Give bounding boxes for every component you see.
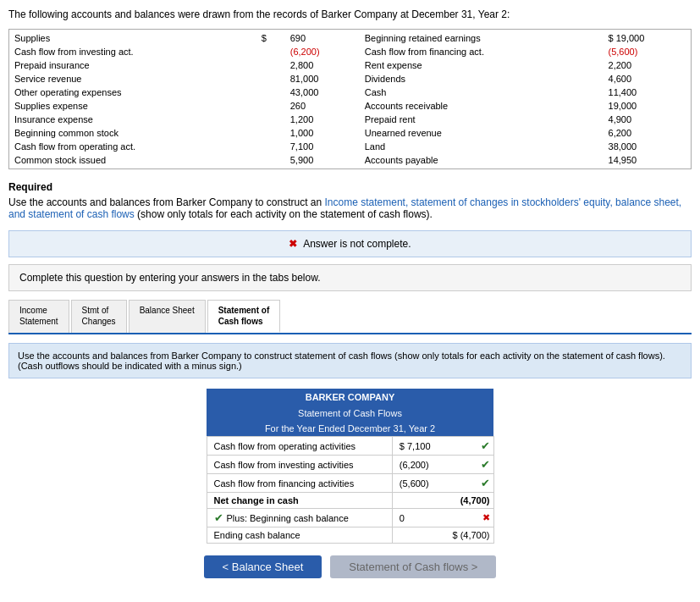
acct-left-7-value: 1,000 <box>285 126 360 140</box>
back-button[interactable]: < Balance Sheet <box>204 555 322 578</box>
table-row: Cash flow from financing activities (5,6… <box>207 474 493 493</box>
cash-flows-table: BARKER COMPANY Statement of Cash Flows F… <box>207 389 494 544</box>
acct-left-1-value: (6,200) <box>285 45 360 58</box>
cf-row-0-value: $ 7,100 ✔ <box>392 437 493 456</box>
acct-left-5-value: 260 <box>285 99 360 113</box>
cf-row-4-label: ✔ Plus: Beginning cash balance <box>207 509 392 527</box>
acct-left-2-label: Prepaid insurance <box>9 58 256 72</box>
acct-right-4-value: 11,400 <box>604 86 692 99</box>
required-section: Required Use the accounts and balances f… <box>8 181 692 220</box>
nav-buttons: < Balance Sheet Statement of Cash flows … <box>8 555 692 578</box>
check-red-icon-4: ✖ <box>482 512 490 523</box>
acct-right-9-value: 14,950 <box>604 153 692 169</box>
acct-left-0-label: Supplies <box>9 30 256 46</box>
cf-row-4-value: 0 ✖ <box>392 509 493 527</box>
acct-right-9-label: Accounts payable <box>360 153 604 169</box>
plus-check-green-icon: ✔ <box>214 511 223 524</box>
acct-right-1-value: (5,600) <box>604 45 692 58</box>
cf-row-1-value: (6,200) ✔ <box>392 456 493 474</box>
cf-row-2-label: Cash flow from financing activities <box>207 474 392 493</box>
forward-button[interactable]: Statement of Cash flows > <box>330 555 496 578</box>
acct-left-9-label: Common stock issued <box>9 153 256 169</box>
cf-title: Statement of Cash Flows <box>207 406 493 421</box>
acct-left-6-label: Insurance expense <box>9 113 256 126</box>
acct-left-0-value: 690 <box>285 30 360 46</box>
intro-text: The following accounts and balances were… <box>8 8 692 20</box>
acct-right-8-value: 38,000 <box>604 140 692 153</box>
acct-right-8-label: Land <box>360 140 604 153</box>
tab-stmt-label: Stmt ofChanges <box>82 306 116 326</box>
acct-left-2-value: 2,800 <box>285 58 360 72</box>
cf-row-0-label: Cash flow from operating activities <box>207 437 392 456</box>
acct-right-6-value: 4,900 <box>604 113 692 126</box>
table-row: ✔ Plus: Beginning cash balance 0 ✖ <box>207 509 493 527</box>
alert-box: ✖ Answer is not complete. <box>8 230 692 257</box>
complete-box: Complete this question by entering your … <box>8 264 692 291</box>
cf-row-3-value: (4,700) <box>392 493 493 509</box>
acct-left-8-value: 7,100 <box>285 140 360 153</box>
acct-right-3-label: Dividends <box>360 72 604 86</box>
acct-left-9-value: 5,900 <box>285 153 360 169</box>
cf-row-5-label: Ending cash balance <box>207 527 392 544</box>
required-title: Required <box>8 181 52 193</box>
acct-left-3-label: Service revenue <box>9 72 256 86</box>
acct-right-5-value: 19,000 <box>604 99 692 113</box>
required-text: Use the accounts and balances from Barke… <box>8 196 692 220</box>
table-row: Cash flow from investing activities (6,2… <box>207 456 493 474</box>
cf-row-2-value: (5,600) ✔ <box>392 474 493 493</box>
tab-balance-sheet[interactable]: Balance Sheet <box>129 300 206 333</box>
tab-stmt-changes[interactable]: Stmt ofChanges <box>71 300 127 333</box>
complete-text: Complete this question by entering your … <box>19 272 321 284</box>
acct-left-7-label: Beginning common stock <box>9 126 256 140</box>
acct-left-3-value: 81,000 <box>285 72 360 86</box>
cf-row-5-value: $ (4,700) <box>392 527 493 544</box>
instruction-box: Use the accounts and balances from Barke… <box>8 343 692 378</box>
acct-left-8-label: Cash flow from operating act. <box>9 140 256 153</box>
acct-right-7-value: 6,200 <box>604 126 692 140</box>
error-icon: ✖ <box>289 238 297 250</box>
acct-right-1-label: Cash flow from financing act. <box>360 45 604 58</box>
acct-right-6-label: Prepaid rent <box>360 113 604 126</box>
acct-left-5-label: Supplies expense <box>9 99 256 113</box>
check-green-icon-2: ✔ <box>481 477 490 489</box>
accounts-table: Supplies $ 690 Beginning retained earnin… <box>8 29 692 169</box>
acct-right-2-value: 2,200 <box>604 58 692 72</box>
acct-right-7-label: Unearned revenue <box>360 126 604 140</box>
tab-balance-label: Balance Sheet <box>140 306 195 315</box>
acct-right-4-label: Cash <box>360 86 604 99</box>
table-row: Net change in cash (4,700) <box>207 493 493 509</box>
acct-left-1-label: Cash flow from investing act. <box>9 45 256 58</box>
acct-right-5-label: Accounts receivable <box>360 99 604 113</box>
acct-right-2-label: Rent expense <box>360 58 604 72</box>
instruction-text: Use the accounts and balances from Barke… <box>18 351 665 371</box>
acct-right-3-value: 4,600 <box>604 72 692 86</box>
acct-left-6-value: 1,200 <box>285 113 360 126</box>
table-row: Cash flow from operating activities $ 7,… <box>207 437 493 456</box>
alert-text: Answer is not complete. <box>303 238 411 250</box>
acct-left-4-value: 43,000 <box>285 86 360 99</box>
acct-left-0-symbol: $ <box>256 30 285 46</box>
check-green-icon-1: ✔ <box>481 458 490 471</box>
cf-company-name: BARKER COMPANY <box>207 389 493 406</box>
check-green-icon-0: ✔ <box>481 439 490 452</box>
cf-row-1-label: Cash flow from investing activities <box>207 456 392 474</box>
tab-income-statement[interactable]: IncomeStatement <box>8 300 69 333</box>
tab-cash-flows[interactable]: Statement ofCash flows <box>207 300 281 333</box>
acct-right-0-label: Beginning retained earnings <box>360 30 604 46</box>
cf-subtitle: For the Year Ended December 31, Year 2 <box>207 421 493 437</box>
acct-right-0-value: $ 19,000 <box>604 30 692 46</box>
table-row: Ending cash balance $ (4,700) <box>207 527 493 544</box>
tabs-row: IncomeStatement Stmt ofChanges Balance S… <box>8 300 692 334</box>
cf-row-3-label: Net change in cash <box>207 493 392 509</box>
tab-cashflows-label: Statement ofCash flows <box>218 306 270 326</box>
tab-income-label: IncomeStatement <box>19 306 58 326</box>
acct-left-4-label: Other operating expenses <box>9 86 256 99</box>
